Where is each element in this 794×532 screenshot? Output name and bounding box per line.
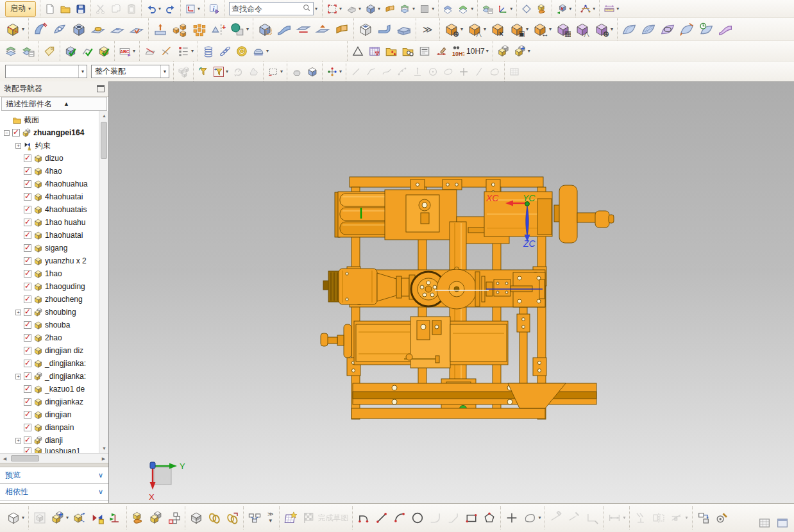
offset-region-icon[interactable]: △▾ <box>466 21 487 38</box>
component-checkbox[interactable] <box>24 167 31 175</box>
open-file-icon[interactable] <box>58 3 72 15</box>
component-checkbox[interactable] <box>12 129 20 137</box>
part-family-table-icon[interactable] <box>367 44 382 58</box>
extract-body-icon[interactable] <box>314 21 332 38</box>
remember-constraints-icon[interactable] <box>130 510 146 526</box>
datum-plane-icon[interactable]: ▾ <box>4 21 26 38</box>
datum-axis-icon[interactable] <box>159 44 174 58</box>
convert-reference-icon[interactable] <box>695 510 712 526</box>
selection-filter-icon[interactable] <box>196 65 210 78</box>
layer-category-icon[interactable] <box>21 44 36 58</box>
profile-icon[interactable] <box>355 510 372 526</box>
tolerance-fit-icon[interactable]: 10H710H7▾ <box>450 44 490 58</box>
search-icon[interactable] <box>302 3 311 14</box>
pattern-geometry-icon[interactable] <box>190 21 208 38</box>
component-checkbox[interactable] <box>24 283 31 290</box>
component-checkbox[interactable] <box>24 347 31 354</box>
component-checkbox[interactable] <box>24 193 31 201</box>
pattern-face-icon[interactable]: ▦ <box>554 21 572 38</box>
undo-icon[interactable]: ▾ <box>144 3 162 15</box>
mirror-feature-icon[interactable]: + <box>209 21 227 38</box>
search-input[interactable] <box>232 4 302 13</box>
arc-icon[interactable] <box>391 510 408 526</box>
move-object-icon[interactable]: ▾ <box>555 3 573 15</box>
component-checkbox[interactable] <box>24 219 31 226</box>
tree-item-shouba[interactable]: shouba <box>0 319 99 331</box>
render-style-icon[interactable]: ▾ <box>364 3 382 15</box>
move-region-icon[interactable]: ⊕▾ <box>593 21 614 38</box>
tree-item-dingjiankaz[interactable]: dingjiankaz <box>0 395 99 408</box>
triangle-symbol-icon[interactable] <box>350 44 366 58</box>
delete-face-icon[interactable]: × <box>489 21 507 38</box>
trim-sheet-icon[interactable] <box>294 21 312 38</box>
tree-item-yuanzhu-x-2[interactable]: yuanzhu x 2 <box>0 254 99 267</box>
sweep-icon[interactable] <box>333 21 351 38</box>
tree-item-1haoguding[interactable]: 1haoguding <box>0 280 99 293</box>
layer-settings-icon[interactable] <box>480 3 494 15</box>
selection-scope-dropdown[interactable]: 整个装配▾ <box>91 65 169 78</box>
datum-csys-icon[interactable] <box>142 44 158 58</box>
ruled-surface-icon[interactable] <box>275 21 293 38</box>
tree-item-zhoucheng[interactable]: zhoucheng <box>0 293 99 306</box>
tree-item-2hao[interactable]: 2hao <box>0 331 99 344</box>
assembly-constraints-icon[interactable] <box>89 510 106 526</box>
tree-item-dingjian[interactable]: dingjian <box>0 408 99 421</box>
component-checkbox[interactable] <box>24 270 31 278</box>
redo-icon[interactable] <box>164 3 178 15</box>
component-checkbox[interactable] <box>24 372 31 380</box>
start-menu-button[interactable]: 启动▾ <box>5 1 36 17</box>
tree-item-dingjian-diz[interactable]: dingjian diz <box>0 344 99 357</box>
section-view-icon[interactable]: ▾ <box>398 3 416 15</box>
tree-item--kazuo1-de[interactable]: _kazuo1 de <box>0 383 99 395</box>
examine-geometry-icon[interactable] <box>63 44 78 58</box>
tree-item--[interactable]: 截面 <box>0 113 99 126</box>
deform-history-icon[interactable] <box>697 21 715 38</box>
stone-display-icon[interactable] <box>290 65 304 78</box>
component-checkbox[interactable] <box>24 295 31 303</box>
snap-view-icon[interactable]: ▾ <box>344 3 362 15</box>
tree-item-1hao-huahu[interactable]: 1hao huahu <box>0 216 99 229</box>
x-form-icon[interactable] <box>678 21 696 38</box>
tree-item-dianji[interactable]: +dianji <box>0 434 99 447</box>
hole-icon[interactable] <box>70 21 88 38</box>
shell-icon[interactable] <box>357 21 375 38</box>
component-checkbox[interactable] <box>24 385 31 393</box>
n-sided-surface-icon[interactable] <box>659 21 677 38</box>
measure-icon[interactable]: ▾ <box>602 3 620 15</box>
component-checkbox[interactable] <box>24 206 31 213</box>
scroll-left-icon[interactable]: ◀ <box>0 454 10 463</box>
tree-item-sigang[interactable]: sigang <box>0 242 99 254</box>
shaded-cut-icon[interactable] <box>305 65 319 78</box>
thread-icon[interactable] <box>201 44 216 58</box>
sketch-in-task-icon[interactable] <box>282 510 299 526</box>
product-interface-icon[interactable] <box>246 510 263 526</box>
tree-item--dingjianka-[interactable]: _dingjianka: <box>0 357 99 370</box>
text-tool-icon[interactable]: ABC▾ <box>117 44 137 58</box>
touch-mode-icon[interactable] <box>535 3 549 15</box>
tree-item-shoubing[interactable]: +shoubing <box>0 306 99 319</box>
component-checkbox[interactable] <box>24 180 31 188</box>
curve-mesh-icon[interactable] <box>639 21 657 38</box>
pattern-feature-icon[interactable] <box>171 21 189 38</box>
component-checkbox[interactable] <box>24 424 31 431</box>
interpart-constraints-icon[interactable]: ▾ <box>579 3 596 15</box>
pad-icon[interactable] <box>128 21 146 38</box>
heal-geometry-icon[interactable] <box>80 44 95 58</box>
component-checkbox[interactable] <box>24 360 31 367</box>
component-checkbox[interactable] <box>24 231 31 239</box>
snap-point-icon[interactable]: ▾ <box>325 65 343 78</box>
gold-assembly-alt-icon[interactable]: +▾ <box>512 44 532 58</box>
horizontal-scroll-thumb[interactable] <box>11 455 39 461</box>
scroll-down-icon[interactable]: ▼ <box>99 444 108 453</box>
vertical-scrollbar[interactable]: ▲ ▼ <box>99 111 108 453</box>
show-dof-icon[interactable] <box>107 510 124 526</box>
alternate-solution-icon[interactable] <box>713 510 730 526</box>
wave-geometry-linker-icon[interactable] <box>188 510 205 526</box>
snap-filter-icon[interactable]: +▾ <box>212 65 230 78</box>
part-attributes-icon[interactable] <box>42 44 57 58</box>
customize-status-icon[interactable] <box>756 515 773 531</box>
assemblies-menu-icon[interactable]: ▾ <box>5 510 26 526</box>
component-checkbox[interactable] <box>24 447 31 454</box>
tree-item-4haohuatais[interactable]: 4haohuatais <box>0 203 99 216</box>
dimension-brush-icon[interactable] <box>434 44 449 58</box>
